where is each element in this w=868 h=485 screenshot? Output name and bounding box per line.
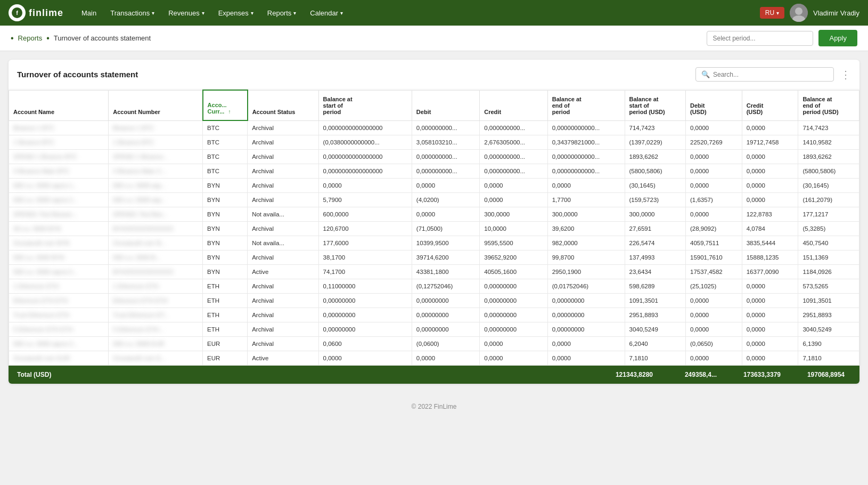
- cell-account_name: Основной счет EUR: [9, 351, 109, 366]
- total-label: Total (USD): [17, 371, 51, 378]
- cell-status: Not availa...: [248, 236, 318, 250]
- total-bal-end-usd: 197068,8954: [787, 371, 851, 378]
- cell-account_name: 000 н.к. 0000 карта 3...: [9, 337, 109, 351]
- table-row: 000 н.к. 0000 карта 2...000 н.к. 0000 ка…: [9, 193, 859, 207]
- nav-reports[interactable]: Reports ▾: [262, 6, 302, 20]
- cell-debit_usd: 4059,7511: [686, 236, 742, 250]
- more-options-icon[interactable]: ⋮: [840, 68, 851, 81]
- avatar: [790, 4, 808, 22]
- col-bal-start[interactable]: Balance atstart ofperiod: [318, 90, 412, 120]
- nav-right: RU ▾ Vladimir Vradiy: [760, 4, 859, 22]
- cell-debit: (71,0500): [412, 222, 479, 236]
- cell-bal_end: 0,00000000000...: [547, 164, 625, 179]
- table-row: Основной счет BYNОсновной счет B...BYNNo…: [9, 236, 859, 250]
- cell-debit: 10399,9500: [412, 236, 479, 250]
- col-credit-usd[interactable]: Credit(USD): [742, 90, 798, 120]
- cell-account_name: 000 н.к. 0000 карта 2...: [9, 193, 109, 207]
- cell-credit_usd: 0,0000: [742, 294, 798, 308]
- col-status[interactable]: Account Status: [248, 90, 318, 120]
- cell-bal_end: 982,0000: [547, 236, 625, 250]
- col-credit[interactable]: Credit: [480, 90, 547, 120]
- breadcrumb-reports-link[interactable]: Reports: [18, 34, 43, 42]
- table-row: Trust Ethereum ETHTrust Ethereum ET...ET…: [9, 308, 859, 322]
- cell-credit: 0,0000: [480, 179, 547, 193]
- cell-bal_end: 0,00000000: [547, 308, 625, 322]
- cell-debit_usd: 0,0000: [686, 150, 742, 164]
- table-row: Binance 1 BTCBinance 1 BTCBTCArchival0,0…: [9, 120, 859, 135]
- cell-account_number: 4 Binance Main C...: [109, 164, 203, 179]
- cell-debit: (4,0200): [412, 193, 479, 207]
- cell-bal_start: 0,0000000000000000: [318, 164, 412, 179]
- cell-debit: 0,0000: [412, 351, 479, 366]
- cell-bal_start: 74,1700: [318, 265, 412, 279]
- cell-status: Archival: [248, 222, 318, 236]
- cell-bal_end_usd: 3040,5249: [798, 322, 859, 337]
- cell-credit: 39652,9200: [480, 250, 547, 265]
- cell-credit_usd: 0,0000: [742, 179, 798, 193]
- cell-currency: BYN: [203, 265, 248, 279]
- date-range-input[interactable]: [707, 31, 813, 46]
- col-account-name[interactable]: Account Name: [9, 90, 109, 120]
- nav-expenses[interactable]: Expenses ▾: [213, 6, 259, 20]
- nav-calendar[interactable]: Calendar ▾: [305, 6, 348, 20]
- card-title: Turnover of accounts statement: [17, 70, 138, 79]
- cell-debit_usd: (25,1025): [686, 279, 742, 294]
- cell-currency: BTC: [203, 120, 248, 135]
- col-bal-start-usd[interactable]: Balance atstart ofperiod (USD): [625, 90, 686, 120]
- cell-debit_usd: 22520,7269: [686, 135, 742, 150]
- cell-currency: BYN: [203, 236, 248, 250]
- cell-credit_usd: 0,0000: [742, 351, 798, 366]
- cell-bal_end_usd: (5800,5806): [798, 164, 859, 179]
- cell-bal_start_usd: (159,5723): [625, 193, 686, 207]
- cell-bal_end_usd: 714,7423: [798, 120, 859, 135]
- cell-credit: 10,0000: [480, 222, 547, 236]
- cell-bal_end_usd: 2951,8893: [798, 308, 859, 322]
- cell-credit_usd: 3835,5444: [742, 236, 798, 250]
- language-selector[interactable]: RU ▾: [760, 7, 784, 19]
- nav-main[interactable]: Main: [76, 6, 102, 20]
- logo-area: f finlime: [9, 4, 63, 21]
- cell-debit: 0,000000000...: [412, 120, 479, 135]
- col-account-number[interactable]: Account Number: [109, 90, 203, 120]
- cell-debit_usd: (0,0650): [686, 337, 742, 351]
- cell-bal_start_usd: 7,1810: [625, 351, 686, 366]
- col-currency[interactable]: Acco...Curr... ↑: [203, 90, 248, 120]
- apply-button[interactable]: Apply: [818, 30, 857, 46]
- cell-bal_start: 0,00000000: [318, 294, 412, 308]
- table-row: Основной счет EURОсновной счет Е...EURAc…: [9, 351, 859, 366]
- cell-bal_end: 2950,1900: [547, 265, 625, 279]
- table-row: 000 н.к. 0000 карта 5...BYНOOOOOOOOOOBYN…: [9, 265, 859, 279]
- cell-status: Archival: [248, 164, 318, 179]
- col-debit-usd[interactable]: Debit(USD): [686, 90, 742, 120]
- cell-debit: 43381,1800: [412, 265, 479, 279]
- table-row: 000 н.к. 0000 карта 1...000 н.к. 0000 ка…: [9, 179, 859, 193]
- table-row: 40 н.к. 0000 BYNBYНOOOOOOOOOOBYNArchival…: [9, 222, 859, 236]
- search-input[interactable]: [713, 71, 828, 78]
- search-icon: 🔍: [701, 70, 710, 78]
- cell-status: Not availa...: [248, 207, 318, 222]
- table-body: Binance 1 BTCBinance 1 BTCBTCArchival0,0…: [9, 120, 859, 366]
- cell-status: Archival: [248, 179, 318, 193]
- cell-account_name: 000 н.к. 0000 BYN: [9, 250, 109, 265]
- chevron-down-icon: ▾: [340, 10, 343, 16]
- cell-bal_start_usd: 23,6434: [625, 265, 686, 279]
- cell-bal_start_usd: 27,6591: [625, 222, 686, 236]
- col-bal-end[interactable]: Balance atend ofperiod: [547, 90, 625, 120]
- cell-debit_usd: (28,9092): [686, 222, 742, 236]
- cell-bal_end_usd: (161,2079): [798, 193, 859, 207]
- cell-bal_end_usd: 1893,6262: [798, 150, 859, 164]
- nav-revenues[interactable]: Revenues ▾: [163, 6, 210, 20]
- cell-credit: 0,000000000...: [480, 150, 547, 164]
- nav-transactions[interactable]: Transactions ▾: [105, 6, 160, 20]
- cell-debit_usd: 0,0000: [686, 207, 742, 222]
- cell-account_name: Binance 1 BTC: [9, 120, 109, 135]
- cell-status: Archival: [248, 308, 318, 322]
- cell-status: Archival: [248, 135, 318, 150]
- cell-credit_usd: 4,0784: [742, 222, 798, 236]
- col-debit[interactable]: Debit: [412, 90, 479, 120]
- card: Turnover of accounts statement 🔍 ⋮ Accou…: [9, 60, 859, 384]
- cell-account_name: SPEND1 Test Bизнес...: [9, 207, 109, 222]
- cell-credit: 300,0000: [480, 207, 547, 222]
- col-bal-end-usd[interactable]: Balance atend ofperiod (USD): [798, 90, 859, 120]
- cell-debit: 39714,6200: [412, 250, 479, 265]
